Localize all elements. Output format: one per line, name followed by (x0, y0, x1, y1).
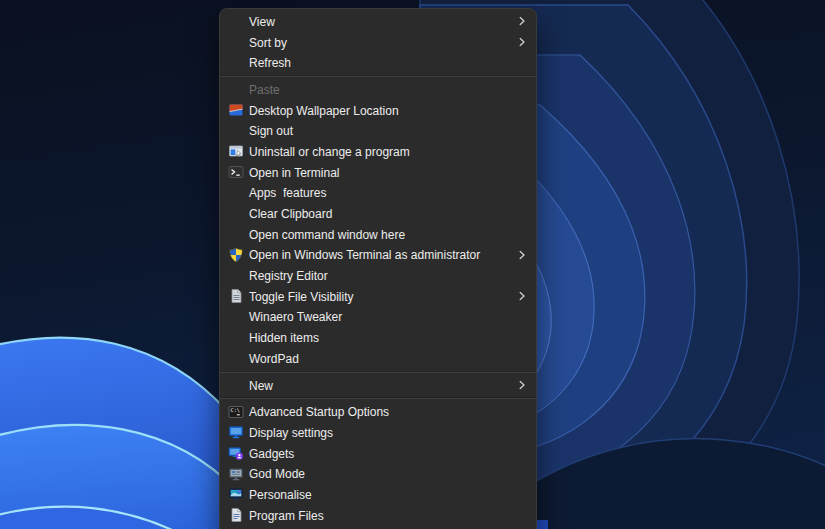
cmd-icon: C:\ (228, 404, 244, 420)
menu-item-desktop-wallpaper-location[interactable]: Desktop Wallpaper Location (220, 100, 536, 121)
menu-item-label: Toggle File Visibility (249, 290, 354, 303)
menu-item-winaero-tweaker[interactable]: Winaero Tweaker (220, 307, 536, 328)
menu-item-sign-out[interactable]: Sign out (220, 120, 536, 141)
menu-item-god-mode[interactable]: God Mode (220, 463, 536, 484)
icon-spacer (228, 350, 244, 366)
icon-spacer (228, 123, 244, 139)
menu-separator (220, 75, 536, 77)
menu-item-uninstall-or-change-a-program[interactable]: Uninstall or change a program (220, 141, 536, 162)
menu-item-label: Paste (249, 83, 280, 96)
icon-spacer (228, 81, 244, 97)
menu-item-apps-features[interactable]: Apps features (220, 183, 536, 204)
menu-item-clear-clipboard[interactable]: Clear Clipboard (220, 203, 536, 224)
gadgets-icon (228, 445, 244, 461)
menu-item-sort-by[interactable]: Sort by (220, 32, 536, 53)
menu-item-label: Apps features (249, 186, 326, 199)
icon-spacer (228, 226, 244, 242)
menu-item-paste: Paste (220, 79, 536, 100)
menu-item-label: Open in Windows Terminal as administrato… (249, 248, 480, 261)
chevron-right-icon (517, 37, 527, 47)
menu-item-label: Open command window here (249, 228, 405, 241)
menu-item-label: Registry Editor (249, 269, 328, 282)
program-files-icon (228, 507, 244, 523)
svg-text:C:\: C:\ (231, 407, 240, 413)
menu-item-label: Advanced Startup Options (249, 405, 389, 418)
menu-item-gadgets[interactable]: Gadgets (220, 443, 536, 464)
icon-spacer (228, 309, 244, 325)
menu-item-refresh[interactable]: Refresh (220, 52, 536, 73)
menu-item-label: Clear Clipboard (249, 207, 332, 220)
chevron-right-icon (517, 380, 527, 390)
menu-item-new[interactable]: New (220, 375, 536, 396)
menu-item-wordpad[interactable]: WordPad (220, 348, 536, 369)
context-menu: ViewSort byRefreshPasteDesktop Wallpaper… (219, 8, 537, 529)
menu-item-label: Refresh (249, 56, 291, 69)
uac-shield-icon (228, 247, 244, 263)
menu-item-view[interactable]: View (220, 11, 536, 32)
icon-spacer (228, 206, 244, 222)
icon-spacer (228, 330, 244, 346)
icon-spacer (228, 55, 244, 71)
menu-item-open-command-window-here[interactable]: Open command window here (220, 224, 536, 245)
menu-item-label: Open in Terminal (249, 166, 340, 179)
terminal-icon (228, 164, 244, 180)
wallpaper-icon (228, 102, 244, 118)
menu-item-label: Gadgets (249, 447, 294, 460)
menu-item-personalise[interactable]: Personalise (220, 484, 536, 505)
menu-item-label: View (249, 15, 275, 28)
menu-item-hidden-items[interactable]: Hidden items (220, 327, 536, 348)
menu-item-label: New (249, 379, 273, 392)
chevron-right-icon (517, 16, 527, 26)
menu-item-label: Display settings (249, 426, 333, 439)
menu-item-label: Hidden items (249, 331, 319, 344)
menu-item-label: God Mode (249, 467, 305, 480)
display-icon (228, 424, 244, 440)
menu-item-label: Sort by (249, 36, 287, 49)
menu-item-registry-editor[interactable]: Registry Editor (220, 265, 536, 286)
menu-item-toggle-file-visibility[interactable]: Toggle File Visibility (220, 286, 536, 307)
menu-item-open-in-terminal[interactable]: Open in Terminal (220, 162, 536, 183)
menu-item-label: Personalise (249, 488, 312, 501)
personalise-icon (228, 486, 244, 502)
menu-item-label: Uninstall or change a program (249, 145, 410, 158)
menu-item-label: Program Files (249, 509, 324, 522)
menu-item-label: Sign out (249, 124, 293, 137)
icon-spacer (228, 185, 244, 201)
menu-item-label: Desktop Wallpaper Location (249, 104, 399, 117)
menu-item-label: WordPad (249, 352, 299, 365)
programs-icon (228, 143, 244, 159)
chevron-right-icon (517, 250, 527, 260)
menu-item-label: Winaero Tweaker (249, 310, 342, 323)
menu-separator (220, 371, 536, 373)
icon-spacer (228, 268, 244, 284)
icon-spacer (228, 34, 244, 50)
file-icon (228, 288, 244, 304)
chevron-right-icon (517, 291, 527, 301)
menu-item-open-in-windows-terminal-as-administrator[interactable]: Open in Windows Terminal as administrato… (220, 245, 536, 266)
menu-item-display-settings[interactable]: Display settings (220, 422, 536, 443)
icon-spacer (228, 377, 244, 393)
menu-item-advanced-startup-options[interactable]: C:\Advanced Startup Options (220, 401, 536, 422)
god-mode-icon (228, 466, 244, 482)
menu-item-program-files[interactable]: Program Files (220, 505, 536, 526)
menu-separator (220, 397, 536, 399)
icon-spacer (228, 13, 244, 29)
